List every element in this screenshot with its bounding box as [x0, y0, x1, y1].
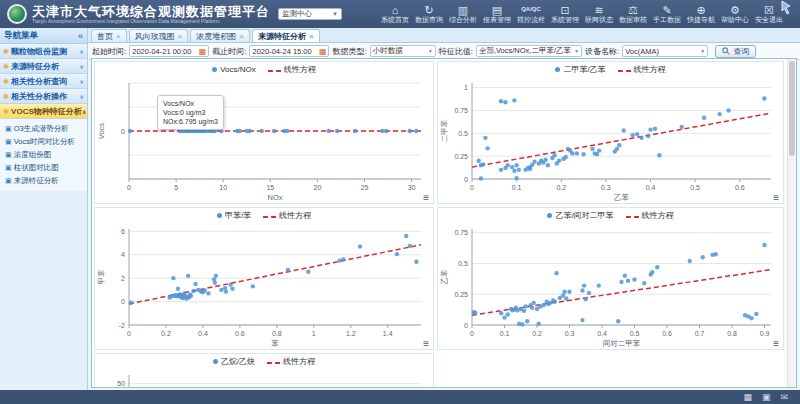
mouse-cursor — [781, 1, 792, 15]
search-button[interactable]: 查询 — [715, 45, 756, 58]
legend-series-label: Vocs/NOx — [220, 65, 256, 74]
legend-trend-label: 线性方程 — [283, 357, 315, 366]
manual-data-icon: ✎ — [650, 4, 684, 16]
legend-series[interactable]: 乙苯/间对二甲苯 — [547, 210, 613, 221]
menu-item-label: 综合分析 — [446, 16, 480, 24]
legend-trend[interactable]: 线性方程 — [268, 64, 316, 75]
chart-menu-icon[interactable]: ≡ — [423, 193, 429, 203]
menu-item-label: 安全退出 — [752, 16, 786, 24]
sidebar-submenu: ▣O3生成潜势分析▣Vocs时间对比分析▣浓度组份图▣柱状图对比图▣来源特征分析 — [0, 119, 87, 191]
calendar-icon[interactable]: ▦ — [743, 390, 752, 404]
svg-text:1.4: 1.4 — [383, 330, 393, 337]
svg-text:乙苯: 乙苯 — [614, 193, 630, 202]
sidebar-subitem[interactable]: ▣柱状图对比图 — [5, 161, 87, 174]
sidebar-group-1[interactable]: ◉来源特征分析∨ — [0, 59, 87, 74]
sidebar-group-label: 相关性分析查询 — [11, 76, 67, 87]
select-input[interactable]: 全部,Vocs/NOx,二甲苯/乙苯▼ — [476, 45, 582, 57]
calendar-icon[interactable]: ▦ — [319, 47, 327, 56]
menu-item-home[interactable]: ⌂系统首页 — [378, 4, 412, 24]
sidebar-subitem-label: Vocs时间对比分析 — [14, 137, 75, 146]
menu-item-audit[interactable]: ⚖数据审核 — [616, 4, 650, 24]
legend-series[interactable]: 乙烷/乙炔 — [213, 356, 255, 367]
chevron-down-icon: ▼ — [332, 11, 338, 17]
menu-item-report[interactable]: ▤报表管理 — [480, 4, 514, 24]
legend-trend[interactable]: 线性方程 — [618, 64, 666, 75]
tooltip-title: Vocs/NOx — [163, 99, 218, 108]
sidebar-subitem[interactable]: ▣来源特征分析 — [5, 174, 87, 187]
legend-series[interactable]: 甲苯/苯 — [217, 210, 251, 221]
svg-text:0.8: 0.8 — [727, 330, 737, 337]
svg-text:0.2: 0.2 — [556, 184, 566, 191]
tab-3[interactable]: 来源特征分析× — [252, 29, 320, 42]
charts-area: Vocs/NOx线性方程0051015202530NOxVocs≡Vocs/NO… — [91, 58, 797, 388]
mail-icon[interactable]: ✉ — [780, 390, 788, 404]
svg-text:0.8: 0.8 — [272, 330, 282, 337]
close-tab-icon[interactable]: × — [178, 32, 183, 41]
help-icon: ⚙ — [718, 4, 752, 16]
close-tab-icon[interactable]: × — [239, 32, 244, 41]
vertical-scrollbar[interactable] — [787, 59, 796, 387]
svg-text:0.9: 0.9 — [760, 330, 770, 337]
dashed-line-icon — [626, 216, 639, 218]
svg-text:0.6: 0.6 — [662, 330, 672, 337]
chart-panel-3: 乙苯/间对二甲苯线性方程00.250.50.7500.10.20.30.40.5… — [437, 207, 784, 350]
tab-label: 来源特征分析 — [258, 31, 306, 42]
chart-panel-4: 乙烷/乙炔线性方程50≡ — [94, 353, 434, 388]
sidebar-group-3[interactable]: ◉相关性分析操作∨ — [0, 89, 87, 104]
legend-trend[interactable]: 线性方程 — [267, 356, 315, 367]
sidebar-subitem[interactable]: ▣O3生成潜势分析 — [5, 122, 87, 135]
group-emblem-icon: ◉ — [3, 92, 9, 100]
svg-text:4: 4 — [121, 251, 125, 258]
scatter-plot: 00.250.50.7500.10.20.30.40.50.60.70.80.9… — [438, 223, 783, 349]
calendar-icon[interactable]: ▦ — [199, 47, 207, 56]
menu-item-manual-data[interactable]: ✎手工数据 — [650, 4, 684, 24]
menu-item-analysis[interactable]: ▥综合分析 — [446, 4, 480, 24]
message-icon[interactable]: ▣ — [762, 390, 771, 404]
sidebar-subitem-label: O3生成潜势分析 — [14, 124, 69, 133]
legend-series[interactable]: 二甲苯/乙苯 — [555, 64, 605, 75]
chart-menu-icon[interactable]: ≡ — [423, 339, 429, 349]
legend-trend[interactable]: 线性方程 — [263, 210, 311, 221]
collapse-sidebar-icon[interactable]: « — [78, 31, 83, 41]
select-input[interactable]: 小时数据▼ — [370, 45, 436, 57]
tab-1[interactable]: 风向玫瑰图× — [129, 29, 189, 42]
svg-text:0: 0 — [470, 330, 474, 337]
chart-panel-2: 甲苯/苯线性方程-2024600.20.40.60.811.21.4苯甲苯≡ — [94, 207, 434, 350]
tab-2[interactable]: 浓度堆积图× — [190, 29, 250, 42]
tab-0[interactable]: 首页× — [91, 29, 127, 42]
menu-item-qaqc[interactable]: QA/QC核控流程 — [514, 4, 548, 24]
menu-item-data-query[interactable]: ↻数据查询 — [412, 4, 446, 24]
svg-text:1: 1 — [464, 84, 468, 91]
submenu-item-icon: ▣ — [5, 138, 12, 145]
date-input[interactable]: 2020-04-21 00:00▦ — [129, 45, 209, 57]
scrollbar-thumb[interactable] — [789, 61, 795, 156]
chevron-down-icon: ∨ — [79, 78, 84, 85]
sidebar-group-4[interactable]: ◉VOCS物种特征分析∧ — [0, 104, 87, 119]
close-tab-icon[interactable]: × — [116, 32, 121, 41]
legend-series[interactable]: Vocs/NOx — [212, 65, 256, 74]
scatter-point-icon — [555, 67, 560, 72]
date-input[interactable]: 2020-04-24 15:00▦ — [249, 45, 329, 57]
select-input[interactable]: Voc(AMA)▼ — [622, 45, 708, 57]
svg-text:甲苯: 甲苯 — [97, 269, 106, 285]
svg-text:5: 5 — [174, 184, 178, 191]
svg-text:0.4: 0.4 — [646, 184, 656, 191]
legend-trend[interactable]: 线性方程 — [626, 210, 674, 221]
menu-item-system[interactable]: ⊡系统管理 — [548, 4, 582, 24]
sidebar-group-0[interactable]: ◉颗粒物组份监测∨ — [0, 44, 87, 59]
menu-item-help[interactable]: ⚙帮助中心 — [718, 4, 752, 24]
menu-item-quick-nav[interactable]: ⊕快捷导航 — [684, 4, 718, 24]
close-tab-icon[interactable]: × — [309, 32, 314, 41]
sidebar-subitem[interactable]: ▣浓度组份图 — [5, 148, 87, 161]
svg-text:0.3: 0.3 — [565, 330, 575, 337]
report-icon: ▤ — [480, 4, 514, 16]
org-select[interactable]: 监测中心 ▼ — [278, 8, 342, 20]
menu-item-network[interactable]: ≋联网状态 — [582, 4, 616, 24]
svg-text:0.5: 0.5 — [458, 130, 468, 137]
sidebar-group-2[interactable]: ◉相关性分析查询∨ — [0, 74, 87, 89]
legend-series-label: 二甲苯/乙苯 — [563, 65, 605, 74]
chart-menu-icon[interactable]: ≡ — [773, 193, 779, 203]
svg-text:0: 0 — [121, 128, 125, 135]
sidebar-subitem[interactable]: ▣Vocs时间对比分析 — [5, 135, 87, 148]
chart-menu-icon[interactable]: ≡ — [773, 339, 779, 349]
